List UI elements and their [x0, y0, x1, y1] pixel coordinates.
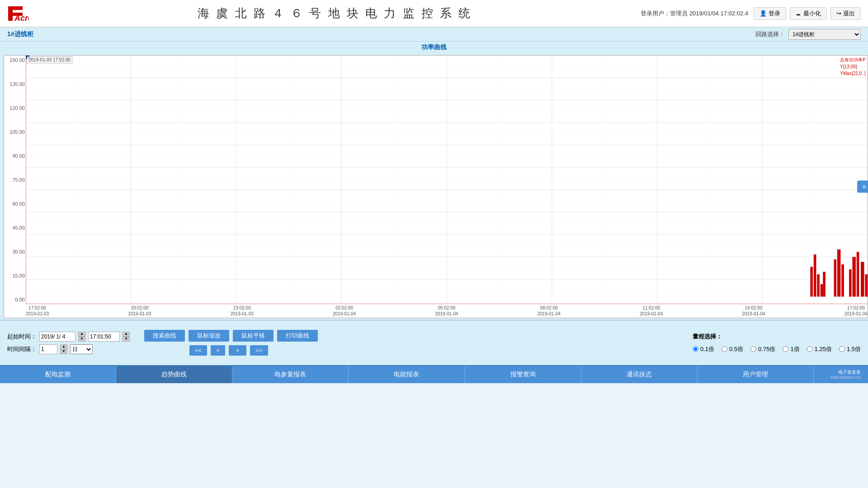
exit-icon: ↪	[836, 10, 841, 17]
y-label-0: 0.00	[5, 297, 25, 302]
x-label-8: 17:02:002019-01-04	[844, 305, 868, 317]
minimize-button[interactable]: 🗕 最小化	[790, 7, 827, 20]
time-controls: 起始时间： ▲ ▼ ▲ ▼ 时间间隔： ▲ ▼ 日 小时 分	[7, 332, 130, 354]
sub-header: 1#进线柜 回路选择： 1#进线柜	[0, 27, 868, 42]
scale-radio-0.75[interactable]	[750, 346, 756, 352]
action-buttons: 搜索曲线 鼠标缩放 鼠标平移 打印曲线 << < > >>	[144, 330, 318, 356]
side-icon[interactable]: ⚙	[857, 181, 868, 193]
interval-spin-down[interactable]: ▼	[60, 349, 67, 354]
svg-rect-47	[821, 284, 823, 297]
nav-item-comms[interactable]: 通讯状态	[581, 366, 698, 383]
y-label-120: 120.00	[5, 105, 25, 111]
scale-radio-1.5[interactable]	[839, 346, 845, 352]
date-spin-down[interactable]: ▼	[78, 337, 85, 342]
scale-radio-1.25[interactable]	[807, 346, 813, 352]
svg-rect-49	[834, 259, 837, 297]
nav-item-distribution[interactable]: 配电监测	[0, 366, 116, 383]
scale-option-1[interactable]: 1倍	[783, 345, 799, 353]
route-select-area: 回路选择： 1#进线柜	[755, 29, 861, 40]
nav-item-trend[interactable]: 趋势曲线	[116, 366, 232, 383]
header-buttons: 👤 登录 🗕 最小化 ↪ 退出	[754, 7, 861, 20]
y-label-90: 90.00	[5, 153, 25, 159]
action-row-1: 搜索曲线 鼠标缩放 鼠标平移 打印曲线	[144, 330, 318, 342]
y-label-105: 105.00	[5, 129, 25, 135]
scale-option-0.1[interactable]: 0.1倍	[693, 345, 714, 353]
login-info: 登录用户：管理员 2019/01/04 17:02:02.4	[641, 9, 748, 18]
sub-title: 1#进线柜	[7, 30, 33, 38]
nav-item-alarm[interactable]: 报警查询	[465, 366, 581, 383]
mouse-zoom-button[interactable]: 鼠标缩放	[189, 330, 229, 342]
nav-item-params[interactable]: 电参量报表	[232, 366, 349, 383]
svg-text:®: ®	[14, 7, 16, 11]
y-axis: 0.00 15.00 30.00 45.00 60.00 75.00 90.00…	[4, 56, 26, 304]
x-label-3: 02:02:002019-01-04	[333, 305, 356, 317]
interval-unit-select[interactable]: 日 小时 分	[70, 344, 93, 354]
chart-svg	[26, 56, 868, 304]
prev-prev-button[interactable]: <<	[189, 345, 207, 356]
time-spin-down[interactable]: ▼	[123, 337, 130, 342]
legend-y: Y[13,00]	[840, 63, 866, 70]
scale-radio-0.5[interactable]	[722, 346, 727, 352]
footer-brand-area: 电子发发发 www.electans.cn	[814, 369, 868, 380]
next-button[interactable]: >	[229, 345, 247, 356]
scale-option-0.75[interactable]: 0.75倍	[750, 345, 775, 353]
svg-rect-53	[852, 257, 855, 297]
route-select-dropdown[interactable]: 1#进线柜	[788, 29, 861, 40]
route-label: 回路选择：	[755, 30, 785, 38]
interval-label: 时间间隔：	[7, 345, 37, 353]
interval-value-input[interactable]	[39, 344, 57, 354]
start-date-input[interactable]	[39, 332, 75, 342]
scale-area: 量程选择： 0.1倍 0.5倍 0.75倍 1倍 1.25倍 1.5倍	[693, 333, 861, 353]
legend-line: 总有功功率P	[840, 56, 866, 63]
svg-rect-46	[817, 274, 820, 297]
next-next-button[interactable]: >>	[250, 345, 268, 356]
minimize-icon: 🗕	[796, 10, 802, 17]
start-time-row: 起始时间： ▲ ▼ ▲ ▼	[7, 332, 130, 342]
chart-container: 2019-01-03 17:02:00 0.00 15.00 30.00 45.…	[4, 55, 868, 318]
start-time-input[interactable]	[88, 332, 120, 342]
print-curve-button[interactable]: 打印曲线	[277, 330, 318, 342]
scale-option-0.5[interactable]: 0.5倍	[722, 345, 743, 353]
svg-rect-54	[857, 252, 859, 297]
y-label-30: 30.00	[5, 249, 25, 254]
header-right: 登录用户：管理员 2019/01/04 17:02:02.4 👤 登录 🗕 最小…	[641, 7, 861, 20]
x-label-4: 05:02:002019-01-04	[435, 305, 458, 317]
search-curve-button[interactable]: 搜索曲线	[144, 330, 185, 342]
controls-area: 起始时间： ▲ ▼ ▲ ▼ 时间间隔： ▲ ▼ 日 小时 分	[0, 320, 868, 365]
mouse-pan-button[interactable]: 鼠标平移	[233, 330, 274, 342]
nav-item-energy[interactable]: 电能报表	[349, 366, 465, 383]
scale-label: 量程选择：	[693, 333, 861, 341]
x-label-1: 20:02:002019-01-03	[128, 305, 151, 317]
date-spin-up[interactable]: ▲	[78, 332, 85, 337]
nav-item-users[interactable]: 用户管理	[698, 366, 814, 383]
x-label-2: 23:02:002019-01-03	[231, 305, 254, 317]
svg-rect-48	[823, 272, 826, 297]
login-button[interactable]: 👤 登录	[754, 7, 786, 20]
x-label-0: 17:02:002019-01-03	[26, 305, 49, 317]
scale-option-1.5[interactable]: 1.5倍	[839, 345, 861, 353]
svg-rect-56	[865, 274, 868, 297]
svg-rect-55	[861, 262, 864, 297]
chart-tooltip: 2019-01-03 17:02:00	[27, 56, 72, 63]
svg-rect-52	[849, 269, 852, 297]
action-row-2: << < > >>	[144, 345, 268, 356]
scale-radio-1[interactable]	[783, 346, 788, 352]
scale-option-1.25[interactable]: 1.25倍	[807, 345, 832, 353]
scale-radio-0.1[interactable]	[693, 346, 698, 352]
svg-rect-45	[814, 254, 816, 297]
start-time-label: 起始时间：	[7, 333, 37, 341]
brand-icon: 电子发发发 www.electans.cn	[830, 369, 861, 380]
acrel-logo-icon: Acrel ®	[7, 5, 29, 23]
exit-button[interactable]: ↪ 退出	[830, 7, 861, 20]
logo-area: Acrel ®	[7, 5, 29, 23]
svg-rect-50	[837, 249, 840, 297]
interval-spin-up[interactable]: ▲	[60, 344, 67, 349]
page-title: 海 虞 北 路 ４ ６ 号 地 块 电 力 监 控 系 统	[29, 5, 641, 21]
scale-options: 0.1倍 0.5倍 0.75倍 1倍 1.25倍 1.5倍	[693, 345, 861, 353]
time-spin-up[interactable]: ▲	[123, 332, 130, 337]
prev-button[interactable]: <	[211, 345, 225, 356]
x-label-7: 14:02:002019-01-04	[742, 305, 765, 317]
svg-rect-44	[810, 267, 813, 297]
y-label-15: 15.00	[5, 273, 25, 278]
x-label-6: 11:02:002019-01-04	[640, 305, 663, 317]
